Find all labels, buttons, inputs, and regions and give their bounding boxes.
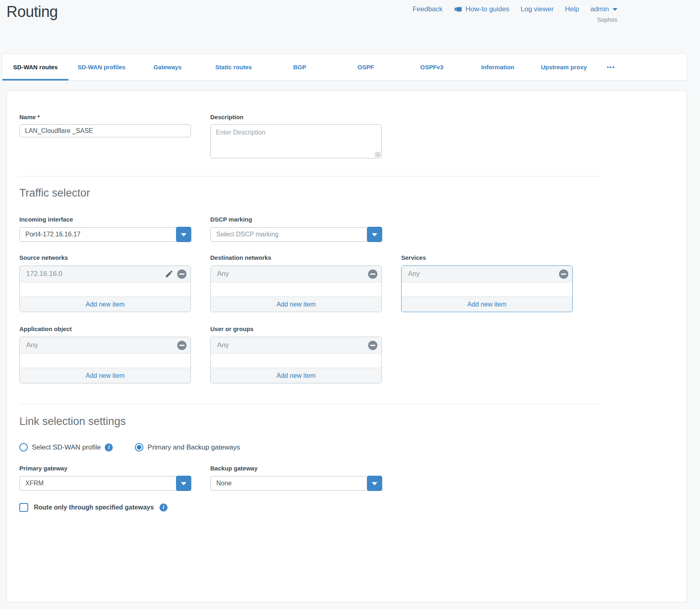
radio-icon[interactable] — [19, 443, 28, 452]
tab-gateways[interactable]: Gateways — [135, 54, 201, 80]
add-new-item-button[interactable]: Add new item — [211, 296, 381, 312]
dscp-marking-label: DSCP marking — [210, 216, 382, 223]
list-item: Any — [211, 337, 381, 354]
item-label: Any — [217, 341, 229, 349]
networks-labels-row: Source networks Destination networks Ser… — [19, 254, 687, 261]
radio-primary-backup-gateways[interactable]: Primary and Backup gateways — [135, 443, 240, 452]
list-empty-area — [20, 282, 191, 296]
list-empty-area — [211, 354, 381, 368]
remove-icon[interactable] — [177, 341, 186, 350]
select-box — [19, 476, 191, 491]
list-item: Any — [20, 337, 191, 354]
tab-information[interactable]: Information — [465, 54, 531, 80]
tab-overflow-ellipsis[interactable]: ••• — [597, 54, 625, 80]
user-or-groups-box: Any Add new item — [210, 337, 382, 383]
destination-networks-label: Destination networks — [210, 254, 382, 261]
radio-label: Select SD-WAN profile — [32, 443, 101, 452]
item-label: Any — [408, 270, 420, 278]
remove-icon[interactable] — [368, 269, 377, 279]
help-link[interactable]: Help — [565, 5, 579, 13]
description-textarea[interactable] — [210, 124, 382, 158]
destination-networks-box: Any Add new item — [210, 265, 382, 312]
backup-gateway-select[interactable]: None — [210, 476, 382, 491]
howto-guides-link[interactable]: How-to guides — [454, 5, 509, 14]
feedback-link[interactable]: Feedback — [412, 5, 443, 13]
tab-label: Static routes — [215, 64, 252, 70]
remove-icon[interactable] — [177, 269, 186, 279]
interface-dscp-row: Port4-172.16.16.17 Select DSCP marking — [19, 223, 687, 242]
add-new-item-button[interactable]: Add new item — [402, 296, 572, 312]
info-icon[interactable]: i — [159, 503, 168, 512]
tab-static-routes[interactable]: Static routes — [201, 54, 267, 80]
tab-bgp[interactable]: BGP — [267, 54, 333, 80]
tab-label: BGP — [293, 64, 307, 70]
tab-ospfv3[interactable]: OSPFv3 — [399, 54, 465, 80]
traffic-selector-heading: Traffic selector — [19, 187, 687, 199]
dscp-marking-placeholder: Select DSCP marking — [216, 227, 278, 242]
dropdown-button[interactable] — [367, 476, 382, 491]
section-divider — [19, 404, 600, 404]
remove-icon[interactable] — [559, 269, 568, 279]
networks-boxes-row: 172.16.16.0 Add new item Any Add new ite… — [19, 261, 687, 312]
add-new-item-button[interactable]: Add new item — [20, 296, 191, 312]
tab-sd-wan-profiles[interactable]: SD-WAN profiles — [68, 54, 135, 80]
edit-icon[interactable] — [165, 269, 174, 278]
add-new-item-button[interactable]: Add new item — [20, 368, 191, 383]
section-divider — [19, 176, 600, 176]
backup-gateway-label: Backup gateway — [210, 465, 382, 472]
list-item: Any — [402, 266, 572, 282]
tab-bar: SD-WAN routes SD-WAN profiles Gateways S… — [2, 54, 687, 81]
item-label: Any — [217, 270, 229, 278]
incoming-interface-select[interactable]: Port4-172.16.16.17 — [19, 227, 191, 242]
remove-icon[interactable] — [368, 341, 377, 350]
info-icon[interactable]: i — [105, 443, 113, 452]
primary-gateway-label: Primary gateway — [19, 465, 191, 472]
tab-label: Information — [481, 64, 515, 70]
sd-wan-route-form: Name * Description Traffic selector Inco… — [6, 91, 687, 603]
gateway-labels-row: Primary gateway Backup gateway — [19, 465, 687, 472]
list-empty-area — [211, 282, 381, 296]
radio-select-sd-wan-profile[interactable]: Select SD-WAN profile i — [19, 443, 113, 452]
help-label: Help — [565, 5, 579, 13]
name-input[interactable] — [19, 124, 191, 137]
incoming-interface-value: Port4-172.16.16.17 — [25, 227, 81, 242]
admin-menu[interactable]: admin — [590, 5, 617, 13]
tab-label: OSPF — [358, 64, 374, 70]
howto-guides-label: How-to guides — [466, 5, 509, 13]
tab-label: Upstream proxy — [541, 64, 587, 70]
list-empty-area — [402, 282, 572, 296]
dropdown-button[interactable] — [176, 476, 191, 491]
description-field-group: Description — [210, 114, 382, 160]
services-box: Any Add new item — [401, 265, 573, 312]
add-new-item-button[interactable]: Add new item — [211, 368, 381, 383]
name-label: Name * — [19, 114, 191, 121]
name-label-text: Name — [19, 114, 36, 120]
list-item: 172.16.16.0 — [20, 266, 191, 282]
route-only-label: Route only through specified gateways — [34, 504, 154, 511]
source-networks-box: 172.16.16.0 Add new item — [19, 265, 191, 312]
app-user-boxes-row: Any Add new item Any Add new item — [19, 333, 687, 383]
page-title: Routing — [6, 3, 58, 21]
radio-icon-selected[interactable] — [135, 443, 143, 452]
application-object-box: Any Add new item — [19, 337, 191, 383]
link-selection-heading: Link selection settings — [19, 415, 687, 428]
services-label: Services — [401, 254, 573, 261]
header-links: Feedback How-to guides Log viewer Help a… — [412, 5, 617, 14]
incoming-interface-label: Incoming interface — [19, 216, 191, 223]
user-or-groups-label: User or groups — [210, 325, 382, 333]
primary-gateway-select[interactable]: XFRM — [19, 476, 191, 491]
dscp-marking-select[interactable]: Select DSCP marking — [210, 227, 382, 242]
dropdown-button[interactable] — [176, 227, 191, 242]
dropdown-button[interactable] — [367, 227, 382, 242]
tab-ospf[interactable]: OSPF — [333, 54, 399, 80]
route-only-checkbox[interactable] — [19, 503, 28, 512]
select-box — [210, 476, 382, 491]
tab-upstream-proxy[interactable]: Upstream proxy — [531, 54, 597, 80]
tab-label: SD-WAN profiles — [77, 64, 125, 70]
tab-label: Gateways — [153, 64, 182, 70]
log-viewer-link[interactable]: Log viewer — [521, 5, 554, 13]
brand-text: Sophos — [597, 16, 617, 23]
application-object-label: Application object — [19, 325, 191, 333]
feedback-label: Feedback — [412, 5, 443, 13]
tab-sd-wan-routes[interactable]: SD-WAN routes — [2, 54, 68, 80]
